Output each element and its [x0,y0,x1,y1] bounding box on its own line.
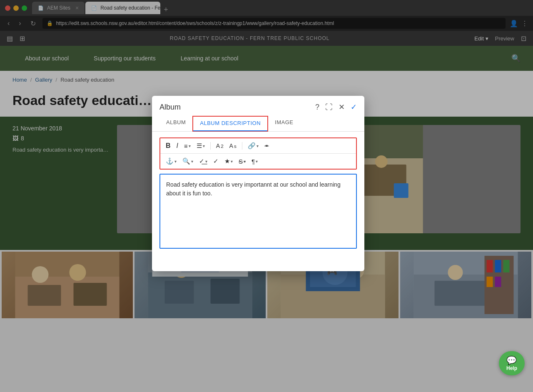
tab-album-description[interactable]: ALBUM DESCRIPTION [193,117,267,131]
chevron-down-icon: ▾ [189,144,191,148]
tab-album-description-wrapper: ALBUM DESCRIPTION [192,116,268,132]
strikethrough-button[interactable]: S ▾ [237,157,248,166]
unlink-button[interactable]: ⚭ [262,142,271,150]
modal-title: Album [159,103,181,112]
toolbar-separator [242,142,242,150]
help-label: Help [506,365,517,371]
check-button[interactable]: ✓ [211,156,221,166]
anchor-button[interactable]: ⚓ ▾ [164,156,179,166]
tab-album[interactable]: ALBUM [159,116,192,132]
find-button[interactable]: 🔍 ▾ [180,156,195,166]
subscript-button[interactable]: A2 [214,141,226,150]
superscript-button[interactable]: As [227,141,239,150]
toolbar-row-1: B I ≡ ▾ ☰ ▾ A2 As 🔗 ▾ ⚭ [160,138,356,154]
chevron-down-icon: ▾ [231,159,233,164]
chevron-down-icon: ▾ [257,144,259,148]
confirm-icon[interactable]: ✓ [351,102,357,112]
chevron-down-icon: ▾ [191,159,193,164]
list-button[interactable]: ☰ ▾ [194,141,207,151]
text-editor-area[interactable]: Road safety education is very importannt… [159,174,357,249]
editor-content[interactable]: Road safety education is very importannt… [166,180,350,198]
help-button[interactable]: 💬 Help [499,351,525,375]
modal-header: Album ? ⛶ ✕ ✓ [152,96,364,116]
rich-text-toolbar: B I ≡ ▾ ☰ ▾ A2 As 🔗 ▾ ⚭ [159,137,357,170]
chevron-down-icon: ▾ [205,159,207,164]
help-icon[interactable]: ? [315,103,319,112]
chat-icon: 💬 [506,355,517,365]
modal-tabs: ALBUM ALBUM DESCRIPTION IMAGE [152,116,364,132]
toolbar-row-2: ⚓ ▾ 🔍 ▾ ✓͟ ▾ ✓ ★ ▾ S ▾ ¶ [160,154,356,169]
chevron-down-icon: ▾ [244,159,246,164]
modal-header-icons: ? ⛶ ✕ ✓ [315,102,357,112]
toolbar-separator [210,142,211,150]
close-icon[interactable]: ✕ [339,102,345,112]
fullscreen-icon[interactable]: ⛶ [325,103,333,112]
bold-button[interactable]: B [164,141,173,151]
link-button[interactable]: 🔗 ▾ [246,141,261,151]
align-button[interactable]: ≡ ▾ [182,141,193,151]
paragraph-button[interactable]: ¶ ▾ [249,157,260,166]
tab-image[interactable]: IMAGE [268,116,300,132]
chevron-down-icon: ▾ [203,144,205,148]
spellcheck-button[interactable]: ✓͟ ▾ [197,156,209,166]
star-button[interactable]: ★ ▾ [222,156,235,166]
chevron-down-icon: ▾ [256,159,258,164]
italic-button[interactable]: I [174,141,180,151]
album-modal: Album ? ⛶ ✕ ✓ ALBUM ALBUM DESCRIPTION IM… [152,96,364,271]
chevron-down-icon: ▾ [174,159,177,164]
